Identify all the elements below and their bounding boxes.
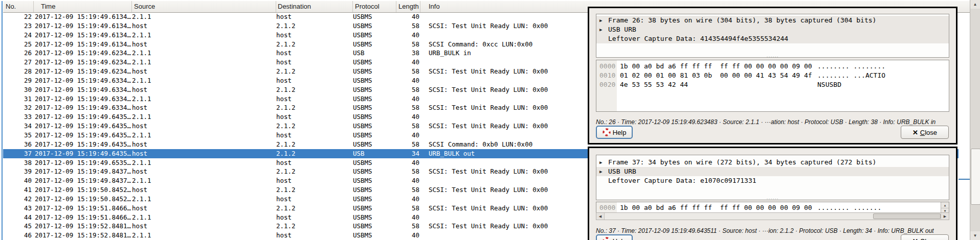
help-button[interactable]: Help <box>596 126 633 139</box>
cell-dst: 2.1.2 <box>276 21 353 31</box>
cell-proto: USBMS <box>353 204 396 213</box>
cell-src: 2.1.1 <box>132 195 276 204</box>
hex-bytes: 4e 53 55 53 42 44 <box>620 80 688 89</box>
cell-dst: 2.1.2 <box>276 204 353 213</box>
bytes-horizontal-scrollbar[interactable]: ◀ ▶ <box>596 212 949 220</box>
scroll-up-icon[interactable]: ▲ <box>941 202 949 208</box>
cell-dst: 2.1.2 <box>276 185 353 195</box>
cell-proto: USBMS <box>353 222 396 231</box>
scroll-up-icon[interactable]: ▲ <box>970 0 980 9</box>
cell-time: 2017-12-09 15:19:52.8481… <box>34 222 132 231</box>
cell-proto: USBMS <box>353 231 396 240</box>
cell-dst: 2.1.2 <box>276 167 353 176</box>
cell-len: 40 <box>396 176 420 185</box>
cell-len: 40 <box>396 31 420 40</box>
detail-tree-row[interactable]: ▶Frame 26: 38 bytes on wire (304 bits), … <box>596 16 949 25</box>
cell-len: 58 <box>396 222 420 231</box>
hex-dump-row[interactable]: 00001b 00 a0 bd a6 ff ff ff ff ff 00 00 … <box>596 203 949 212</box>
cell-time: 2017-12-09 15:19:49.6134… <box>34 31 132 40</box>
main-vertical-scrollbar[interactable]: ▲ ▼ <box>970 0 980 240</box>
cell-time: 2017-12-09 15:19:49.6435… <box>34 149 132 158</box>
cell-dst: host <box>276 176 353 185</box>
cell-time: 2017-12-09 15:19:49.6435… <box>34 112 132 122</box>
pane-splitter[interactable]: ······ <box>596 55 949 59</box>
tree-row-label: USB URB <box>608 26 636 33</box>
cell-dst: 2.1.2 <box>276 122 353 131</box>
cell-src: 2.1.1 <box>132 31 276 40</box>
cell-src: host <box>132 103 276 112</box>
help-button[interactable]: Help <box>596 234 633 240</box>
cell-time: 2017-12-09 15:19:49.8437… <box>34 176 132 185</box>
hex-addr: 0000 <box>599 203 615 212</box>
cell-no: 35 <box>3 131 34 140</box>
pane-splitter[interactable]: ······ <box>596 197 949 201</box>
cell-no: 37 <box>3 149 34 158</box>
expand-arrow-icon[interactable]: ▶ <box>599 16 602 25</box>
scrollbar-thumb[interactable] <box>971 149 980 205</box>
bytes-vertical-scrollbar[interactable]: ▲ ▼ <box>941 202 949 213</box>
column-header-destination[interactable]: Destination <box>276 1 353 12</box>
scroll-right-icon[interactable]: ▶ <box>941 213 949 220</box>
cell-len: 40 <box>396 12 420 21</box>
cell-no: 32 <box>3 103 34 112</box>
cell-len: 58 <box>396 140 420 149</box>
cell-len: 58 <box>396 167 420 176</box>
cell-no: 24 <box>3 31 34 40</box>
cell-time: 2017-12-09 15:19:49.6234… <box>34 58 132 67</box>
cell-src: 2.1.1 <box>132 176 276 185</box>
close-icon: ✕ <box>912 129 918 136</box>
cell-no: 31 <box>3 94 34 104</box>
cell-no: 25 <box>3 40 34 49</box>
scrollbar-thumb[interactable] <box>873 213 941 219</box>
hex-ascii: ........ ...ACTIO <box>817 71 885 80</box>
cell-time: 2017-12-09 15:19:49.6334… <box>34 76 132 85</box>
packet-detail-tree[interactable]: ▶Frame 37: 34 bytes on wire (272 bits), … <box>596 155 949 200</box>
close-button[interactable]: ✕ Close <box>901 126 949 139</box>
cell-proto: USBMS <box>353 167 396 176</box>
detail-tree-row[interactable]: ▶Frame 37: 34 bytes on wire (272 bits), … <box>596 158 949 167</box>
packet-detail-tree[interactable]: ▶Frame 26: 38 bytes on wire (304 bits), … <box>596 14 949 58</box>
column-header-length[interactable]: Length <box>396 1 420 12</box>
cell-dst: host <box>276 49 353 58</box>
detail-tree-row[interactable]: Leftover Capture Data: e1070c09171331 <box>596 176 949 185</box>
close-button[interactable]: ✕ Close <box>901 234 949 240</box>
help-button-label: Help <box>613 129 627 136</box>
cell-no: 46 <box>3 231 34 240</box>
expand-arrow-icon[interactable]: ▶ <box>599 167 602 176</box>
detail-tree-row[interactable]: ▶USB URB <box>596 167 949 176</box>
cell-no: 44 <box>3 213 34 222</box>
hex-dump-row[interactable]: 001001 02 00 01 00 81 03 0b 00 00 00 41 … <box>596 71 949 80</box>
cell-dst: 2.1.2 <box>276 222 353 231</box>
cell-src: host <box>132 85 276 94</box>
tree-row-label: Frame 26: 38 bytes on wire (304 bits), 3… <box>608 16 876 24</box>
column-header-source[interactable]: Source <box>132 1 276 12</box>
scroll-left-icon[interactable]: ◀ <box>596 213 605 220</box>
expand-arrow-icon[interactable]: ▶ <box>599 25 602 34</box>
scroll-down-icon[interactable]: ▼ <box>970 231 980 240</box>
hex-ascii: NSUSBD <box>817 80 841 89</box>
cell-src: 2.1.1 <box>132 58 276 67</box>
column-header-no[interactable]: No. <box>3 1 34 12</box>
cell-proto: USBMS <box>353 112 396 122</box>
cell-len: 40 <box>396 231 420 240</box>
cell-time: 2017-12-09 15:19:49.6435… <box>34 140 132 149</box>
hex-bytes: 01 02 00 01 00 81 03 0b 00 00 00 41 43 5… <box>620 71 812 80</box>
tree-row-label: Leftover Capture Data: 414354494f4e53555… <box>608 35 788 42</box>
column-header-protocol[interactable]: Protocol <box>353 1 396 12</box>
cell-proto: USBMS <box>353 85 396 94</box>
cell-dst: host <box>276 158 353 167</box>
column-header-time[interactable]: Time <box>34 1 132 12</box>
packet-bytes-pane[interactable]: 00001b 00 a0 bd a6 ff ff ff ff ff 00 00 … <box>596 60 949 112</box>
cell-time: 2017-12-09 15:19:49.6234… <box>34 49 132 58</box>
cell-src: 2.1.1 <box>132 76 276 85</box>
cell-no: 45 <box>3 222 34 231</box>
packet-bytes-pane[interactable]: 00001b 00 a0 bd a6 ff ff ff ff ff 00 00 … <box>596 202 949 213</box>
cell-no: 36 <box>3 140 34 149</box>
hex-dump-row[interactable]: 00204e 53 55 53 42 44NSUSBD <box>596 80 949 89</box>
detail-tree-row[interactable]: ▶USB URB <box>596 25 949 34</box>
detail-tree-row[interactable]: Leftover Capture Data: 414354494f4e53555… <box>596 34 949 43</box>
cell-src: host <box>132 185 276 195</box>
cell-src: host <box>132 204 276 213</box>
hex-dump-row[interactable]: 00001b 00 a0 bd a6 ff ff ff ff ff 00 00 … <box>596 62 949 71</box>
expand-arrow-icon[interactable]: ▶ <box>599 158 602 167</box>
